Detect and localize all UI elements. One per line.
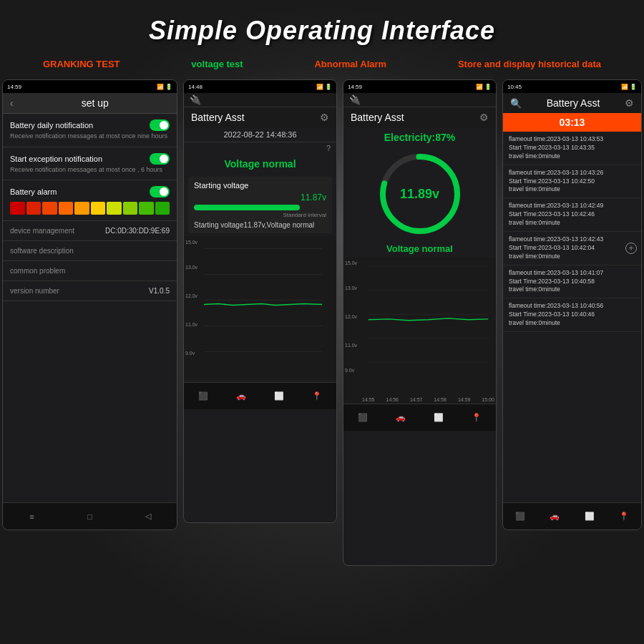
nav-bar-2: ⬛ 🚗 ⬜ 📍 xyxy=(184,382,336,409)
nav-circle-icon-3[interactable]: ⬜ xyxy=(431,410,447,426)
history-item-4: flameout time:2023-03-13 10:41:07 Start … xyxy=(503,265,641,299)
nav-camera-icon-4[interactable]: ⬛ xyxy=(512,509,528,525)
nav-bar-4: ⬛ 🚗 ⬜ 📍 xyxy=(503,502,641,530)
nav-camera-icon-3[interactable]: ⬛ xyxy=(355,410,371,426)
chart-svg-3 xyxy=(362,260,494,376)
nav-bar-3: ⬛ 🚗 ⬜ 📍 xyxy=(343,404,496,431)
electricity-display: Electricity:87% xyxy=(343,127,496,147)
search-icon-4[interactable]: 🔍 xyxy=(510,98,522,109)
plug-icon: 🔌 xyxy=(190,94,201,105)
nav-circle-icon-2[interactable]: ⬜ xyxy=(271,389,287,404)
history-item-2: flameout time:2023-03-13 10:42:49 Start … xyxy=(503,198,641,232)
screen3-plug-bar: 🔌 xyxy=(343,93,496,107)
main-container: Simple Operating Interface GRANKING TEST… xyxy=(0,0,644,644)
tab-history[interactable]: Store and display historical data xyxy=(458,59,601,69)
tab-granking[interactable]: GRANKING TEST xyxy=(43,59,120,69)
nav-pin-icon-3[interactable]: 📍 xyxy=(469,410,484,426)
alarm-color-bar xyxy=(10,202,170,215)
nav-bar-1: ≡ □ ◁ xyxy=(3,502,177,530)
setting-exception: Start exception notification Receive not… xyxy=(3,147,177,181)
voltage-chart-3: 15.0v 13.0v 12.0v 11.0v 9.0v 14:55 14:56 xyxy=(343,257,496,404)
voltage-normal-3: Voltage normal xyxy=(343,240,496,257)
help-icon[interactable]: ? xyxy=(326,144,331,152)
battery-header-2: Battery Asst ⚙ xyxy=(184,107,336,127)
gauge-container: 11.89v xyxy=(343,147,496,240)
setting-alarm: Battery alarm xyxy=(3,180,177,221)
toggle-exception[interactable] xyxy=(150,153,170,165)
timestamp-2: 2022-08-22 14:48:36 xyxy=(184,127,336,142)
toggle-battery-daily[interactable] xyxy=(150,119,170,131)
setup-title: set up xyxy=(21,97,170,109)
tab-voltage[interactable]: voltage test xyxy=(191,59,243,69)
screen2-header: 🔌 xyxy=(184,93,336,107)
history-list: flameout time:2023-03-13 10:43:53 Start … xyxy=(503,132,641,332)
gauge-value: 11.89v xyxy=(400,187,439,202)
device-management-row: device management DC:0D:30:DD:9E:69 xyxy=(3,221,177,241)
nav-car-icon-2[interactable]: 🚗 xyxy=(233,389,249,404)
status-bar-3: 14:59 📶 🔋 xyxy=(343,80,496,93)
screen-setup: 14:59 📶 🔋 ‹ set up Battery daily notific… xyxy=(2,79,177,530)
chart-svg-2 xyxy=(204,239,322,376)
voltage-status-2: Voltage normal xyxy=(184,154,336,174)
nav-car-icon-3[interactable]: 🚗 xyxy=(393,410,409,426)
screen-history: 10:45 📶 🔋 🔍 Battery Asst ⚙ 03:13 flameou… xyxy=(502,79,642,530)
gear-icon-4[interactable]: ⚙ xyxy=(625,97,634,109)
status-bar-2: 14:48 📶 🔋 xyxy=(184,80,336,93)
back-icon[interactable]: ‹ xyxy=(10,97,14,109)
nav-back-icon[interactable]: ◁ xyxy=(140,509,156,525)
starting-voltage-section: Starting voltage 11.87v Standard interva… xyxy=(188,177,332,233)
history-item-5: flameout time:2023-03-13 10:40:56 Start … xyxy=(503,298,641,332)
nav-home-icon[interactable]: □ xyxy=(82,509,98,525)
plug-icon-3: 🔌 xyxy=(349,94,361,105)
nav-pin-icon-4[interactable]: 📍 xyxy=(616,509,632,525)
voltage-chart-2: 15.0v 13.0v 12.0v 11.0v 9.0v xyxy=(184,236,336,379)
software-description-row: software description xyxy=(3,241,177,261)
gear-icon-2[interactable]: ⚙ xyxy=(320,112,329,123)
gear-icon-3[interactable]: ⚙ xyxy=(479,112,489,123)
add-button-3[interactable]: + xyxy=(625,243,637,254)
voltage-bar xyxy=(194,205,300,210)
version-number-row: version number V1.0.5 xyxy=(3,281,177,301)
history-header: 🔍 Battery Asst ⚙ xyxy=(503,93,641,113)
screen-battery-gauge: 14:59 📶 🔋 🔌 Battery Asst ⚙ Electricity:8… xyxy=(343,79,497,566)
history-item-1: flameout time:2023-03-13 10:43:26 Start … xyxy=(503,165,641,199)
status-bar-4: 10:45 📶 🔋 xyxy=(503,80,641,93)
history-item-3: flameout time:2023-03-13 10:42:43 Start … xyxy=(503,232,641,265)
setup-header: ‹ set up xyxy=(3,93,177,114)
tab-abnormal[interactable]: Abnormal Alarm xyxy=(314,59,386,69)
tab-row: GRANKING TEST voltage test Abnormal Alar… xyxy=(7,53,637,79)
nav-circle-icon-4[interactable]: ⬜ xyxy=(582,509,597,525)
battery-header-3: Battery Asst ⚙ xyxy=(343,107,496,127)
page-title: Simple Operating Interface xyxy=(149,0,495,53)
status-bar-1: 14:59 📶 🔋 xyxy=(3,80,177,93)
current-time-display: 03:13 xyxy=(503,113,641,132)
common-problem-row: common problem xyxy=(3,261,177,281)
history-item-0: flameout time:2023-03-13 10:43:53 Start … xyxy=(503,132,641,165)
nav-pin-icon-2[interactable]: 📍 xyxy=(309,389,325,404)
toggle-alarm[interactable] xyxy=(150,186,170,197)
nav-car-icon-4[interactable]: 🚗 xyxy=(547,509,562,525)
nav-camera-icon-2[interactable]: ⬛ xyxy=(195,389,211,404)
setting-battery-daily: Battery daily notification Receive notif… xyxy=(3,114,177,147)
nav-menu-icon[interactable]: ≡ xyxy=(24,509,40,525)
screen-battery-voltage: 14:48 📶 🔋 🔌 Battery Asst ⚙ 2022-08-22 14… xyxy=(183,79,337,523)
screenshots-row: 14:59 📶 🔋 ‹ set up Battery daily notific… xyxy=(4,79,640,644)
